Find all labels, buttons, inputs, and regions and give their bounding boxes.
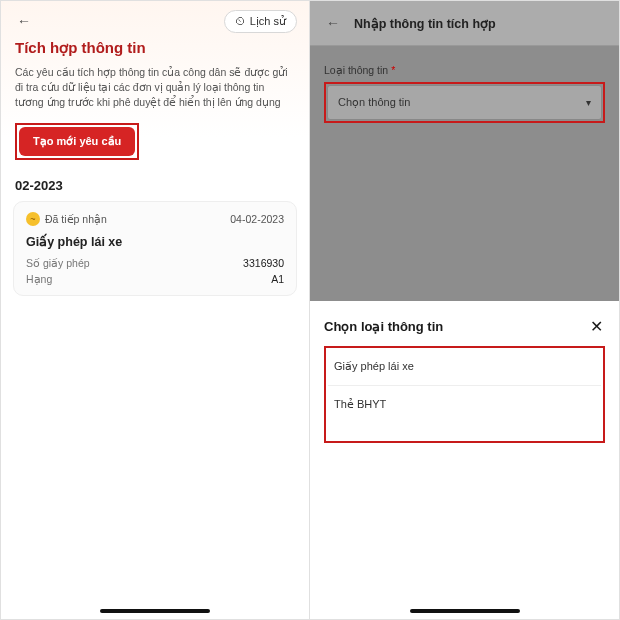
home-indicator bbox=[100, 609, 210, 613]
select-placeholder: Chọn thông tin bbox=[338, 96, 410, 109]
create-request-button[interactable]: Tạo mới yêu cầu bbox=[19, 127, 135, 156]
month-section-label: 02-2023 bbox=[1, 172, 309, 201]
home-indicator bbox=[410, 609, 520, 613]
back-icon[interactable]: ← bbox=[322, 11, 344, 35]
sheet-header: Chọn loại thông tin ✕ bbox=[324, 315, 605, 338]
options-highlight: Giấy phép lái xe Thẻ BHYT bbox=[324, 346, 605, 443]
sheet-title: Chọn loại thông tin bbox=[324, 319, 443, 334]
info-type-select[interactable]: Chọn thông tin ▾ bbox=[327, 85, 602, 120]
page-title: Tích hợp thông tin bbox=[1, 37, 309, 65]
clock-icon: ⏲ bbox=[235, 15, 246, 27]
create-button-highlight: Tạo mới yêu cầu bbox=[15, 123, 139, 160]
bottom-sheet: Chọn loại thông tin ✕ Giấy phép lái xe T… bbox=[310, 301, 619, 619]
screen-left: ← ⏲ Lịch sử Tích hợp thông tin Các yêu c… bbox=[1, 1, 310, 619]
request-card[interactable]: ~ Đã tiếp nhận 04-02-2023 Giấy phép lái … bbox=[13, 201, 297, 296]
option-health-card[interactable]: Thẻ BHYT bbox=[328, 386, 601, 441]
card-header-row: ~ Đã tiếp nhận 04-02-2023 bbox=[26, 212, 284, 226]
card-date: 04-02-2023 bbox=[230, 213, 284, 225]
card-line-class: Hạng A1 bbox=[26, 273, 284, 285]
option-drivers-license[interactable]: Giấy phép lái xe bbox=[328, 348, 601, 386]
required-mark: * bbox=[391, 64, 395, 76]
top-bar-right: ← Nhập thông tin tích hợp bbox=[310, 1, 619, 46]
history-label: Lịch sử bbox=[250, 15, 286, 28]
license-no-label: Số giấy phép bbox=[26, 257, 90, 269]
back-icon[interactable]: ← bbox=[13, 9, 35, 33]
status-text: Đã tiếp nhận bbox=[45, 213, 107, 225]
card-line-license: Số giấy phép 3316930 bbox=[26, 257, 284, 269]
license-no-value: 3316930 bbox=[243, 257, 284, 269]
class-value: A1 bbox=[271, 273, 284, 285]
page-description: Các yêu cầu tích hợp thông tin của công … bbox=[1, 65, 309, 111]
dimmed-overlay: ← Nhập thông tin tích hợp Loại thông tin… bbox=[310, 1, 619, 301]
select-highlight: Chọn thông tin ▾ bbox=[324, 82, 605, 123]
screen-right: ← Nhập thông tin tích hợp Loại thông tin… bbox=[310, 1, 619, 619]
close-icon[interactable]: ✕ bbox=[588, 315, 605, 338]
class-label: Hạng bbox=[26, 273, 52, 285]
form-area: Loại thông tin * Chọn thông tin ▾ bbox=[310, 46, 619, 141]
page-title-right: Nhập thông tin tích hợp bbox=[354, 16, 496, 31]
field-label: Loại thông tin * bbox=[324, 64, 605, 76]
history-button[interactable]: ⏲ Lịch sử bbox=[224, 10, 297, 33]
status-dot-icon: ~ bbox=[26, 212, 40, 226]
status-chip: ~ Đã tiếp nhận bbox=[26, 212, 107, 226]
top-bar-left: ← ⏲ Lịch sử bbox=[1, 1, 309, 37]
card-title: Giấy phép lái xe bbox=[26, 234, 284, 249]
chevron-down-icon: ▾ bbox=[586, 97, 591, 108]
field-label-text: Loại thông tin bbox=[324, 64, 388, 76]
